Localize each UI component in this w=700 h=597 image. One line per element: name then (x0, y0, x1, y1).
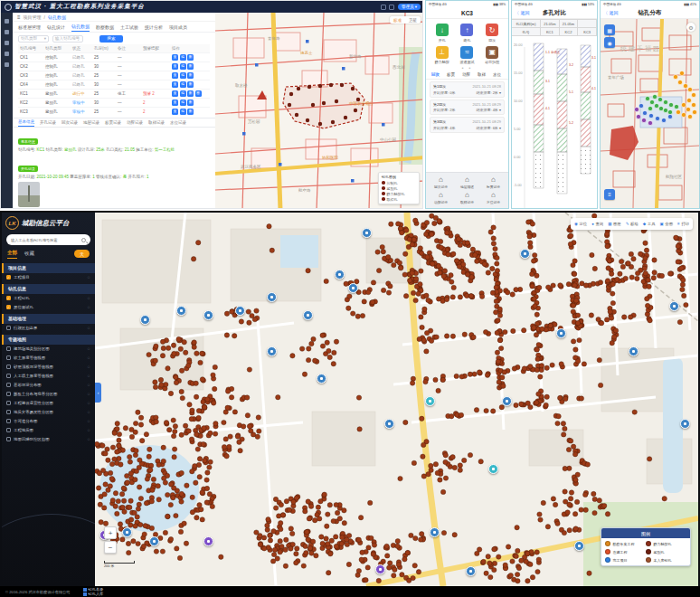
table-row[interactable]: KC1鉴别孔进行中25张工预警 2查编删图 (18, 89, 210, 98)
city-map-canvas[interactable]: ◉定位●查询▦图层✎标绘◆工具▣全图≡打印 图例 勘察备案工程静力触探孔在建工程… (95, 213, 698, 586)
section-header[interactable]: 钻孔信息 (2, 284, 95, 294)
app-icon-开孔[interactable]: ↓开孔 (430, 24, 455, 43)
detail-tab-6[interactable]: 动探记录 (127, 120, 143, 127)
tab-6[interactable]: 统计分析 (145, 24, 163, 32)
favorite-star-icon[interactable]: ☆ (87, 401, 90, 405)
row-action-button[interactable]: 查 (172, 90, 178, 97)
blue-project-marker[interactable] (574, 541, 584, 551)
layer-item[interactable]: 行政区划边界☆ (2, 324, 95, 333)
blue-project-marker[interactable] (556, 328, 566, 338)
row-action-button[interactable]: 编 (180, 54, 186, 61)
blue-project-marker[interactable] (140, 315, 150, 325)
action-标贯记录[interactable]: ⌂标贯记录 (480, 176, 506, 189)
tab-取样[interactable]: 取样 (478, 72, 486, 77)
locate-button[interactable]: ◉ (604, 37, 615, 48)
purple-project-marker[interactable] (375, 564, 385, 574)
basemap-button[interactable]: 天 (74, 250, 90, 258)
app-icon-终孔[interactable]: ↑终孔 (455, 24, 480, 43)
section-header[interactable]: 项目信息 (2, 263, 95, 273)
purple-project-marker[interactable] (203, 536, 213, 546)
tab-动探[interactable]: 动探 (462, 72, 470, 77)
layer-checkbox[interactable] (6, 326, 11, 330)
row-action-button[interactable]: 编 (180, 90, 186, 97)
detail-tab-3[interactable]: 回次记录 (61, 120, 78, 127)
sidebar-tab-全部[interactable]: 全部 (7, 250, 17, 259)
layer-checkbox[interactable] (6, 346, 11, 351)
favorite-star-icon[interactable]: ☆ (87, 275, 90, 280)
nav-settings-icon[interactable] (5, 62, 9, 67)
row-action-button[interactable]: 编 (180, 100, 186, 106)
row-action-button[interactable]: 删 (187, 90, 194, 97)
blue-project-marker[interactable] (203, 310, 213, 320)
favorite-star-icon[interactable]: ☆ (87, 392, 90, 396)
layer-item[interactable]: 膨胀土分布与危害分区图☆ (2, 390, 95, 399)
layer-checkbox[interactable] (6, 428, 11, 432)
row-action-button[interactable]: 查 (172, 54, 178, 61)
layer-checkbox[interactable] (6, 401, 11, 405)
sidebar-collapse-handle[interactable]: ‹ (95, 383, 101, 403)
app-icon-静力触探[interactable]: ⊥静力触探 (430, 46, 455, 65)
row-action-button[interactable]: 编 (180, 72, 186, 79)
layer-checkbox[interactable] (6, 419, 11, 423)
blue-project-marker[interactable] (335, 270, 345, 280)
row-action-button[interactable]: 删 (187, 81, 194, 88)
layer-item[interactable]: 软土厚度等值线图☆ (2, 354, 95, 363)
row-action-button[interactable]: 删 (187, 63, 194, 70)
blue-project-marker[interactable] (430, 527, 440, 537)
action-动探记录[interactable]: ⌂动探记录 (428, 192, 454, 204)
layer-checkbox[interactable] (6, 365, 11, 369)
gear-icon[interactable]: ⚙ (686, 23, 695, 32)
table-row[interactable]: CK1控制孔已终孔25—查编删 (18, 52, 210, 62)
favorite-star-icon[interactable]: ☆ (87, 305, 90, 309)
status-toggle[interactable]: 钻孔入库 (83, 592, 104, 596)
tab-标贯[interactable]: 标贯 (447, 72, 455, 77)
app-icon-回次[interactable]: ↻回次 (479, 24, 505, 43)
search-input[interactable] (11, 238, 80, 242)
tab-回次[interactable]: 回次 (431, 72, 440, 77)
blue-project-marker[interactable] (669, 301, 679, 311)
tool-打印[interactable]: ≡打印 (677, 222, 689, 226)
blue-project-marker[interactable] (267, 346, 277, 356)
blue-project-marker[interactable] (629, 346, 639, 356)
layer-checkbox[interactable] (6, 392, 11, 396)
table-row[interactable]: KC2鉴别孔审核中30—2查编删 (18, 98, 210, 107)
favorite-star-icon[interactable]: ☆ (87, 296, 90, 300)
favorite-star-icon[interactable]: ☆ (87, 346, 90, 351)
basemap-option[interactable]: 标准 (390, 16, 405, 24)
layer-checkbox[interactable]: ✓ (6, 296, 11, 300)
favorite-star-icon[interactable]: ☆ (87, 410, 90, 414)
breadcrumb-root[interactable]: 项目管理 (24, 14, 42, 20)
layer-item[interactable]: 人工填土厚度等值线图☆ (2, 372, 95, 381)
row-action-button[interactable]: 删 (187, 109, 194, 115)
table-row[interactable]: KC3鉴别孔审核中25—2查编删 (18, 107, 210, 116)
blue-project-marker[interactable] (680, 419, 690, 429)
row-action-button[interactable]: 查 (172, 100, 178, 106)
layer-item[interactable]: 工程地质图☆ (2, 426, 95, 435)
row-action-button[interactable]: 删 (187, 54, 194, 61)
tab-4[interactable]: 勘察数据 (96, 24, 114, 32)
user-menu-button[interactable]: 管理员 ▾ (398, 4, 421, 10)
back-button[interactable]: 〈 返回 (603, 10, 618, 15)
table-row[interactable]: CK2控制孔已终孔30—查编删 (18, 62, 210, 71)
type-select[interactable]: 钻孔类型▾ (18, 35, 49, 43)
detail-tab-4[interactable]: 地层记录 (83, 120, 99, 127)
action-地层描述[interactable]: ⌂地层描述 (454, 176, 480, 189)
section-header[interactable]: 基础地理 (2, 314, 95, 324)
layer-checkbox[interactable] (6, 355, 11, 360)
layer-item[interactable]: 古河道分布图☆ (2, 417, 95, 426)
action-水位记录[interactable]: ⌂水位记录 (480, 192, 506, 204)
row-action-button[interactable]: 查 (172, 72, 178, 79)
blue-project-marker[interactable] (362, 228, 372, 238)
app-icon-波速测试[interactable]: ≈波速测试 (455, 46, 480, 65)
blue-project-marker[interactable] (122, 527, 132, 537)
record-card[interactable]: 第3回次2021-10-21 08:29开始深度: 4米结束深度: 6米 ▾ (430, 117, 505, 133)
layer-item[interactable]: 地面沉降防控区划图☆ (2, 435, 95, 444)
search-button[interactable]: 搜索 (99, 35, 123, 43)
tab-2[interactable]: 钻孔设计 (47, 24, 65, 32)
distribution-map[interactable]: 统建千福园 青年广场航翔社区 ▦ ◉ ≡ ⚙ (601, 19, 699, 208)
row-action-button[interactable]: 查 (172, 81, 178, 88)
favorite-star-icon[interactable]: ☆ (87, 355, 90, 360)
blue-project-marker[interactable] (502, 396, 512, 406)
row-action-button[interactable]: 编 (180, 81, 186, 88)
row-action-button[interactable]: 删 (187, 100, 194, 106)
